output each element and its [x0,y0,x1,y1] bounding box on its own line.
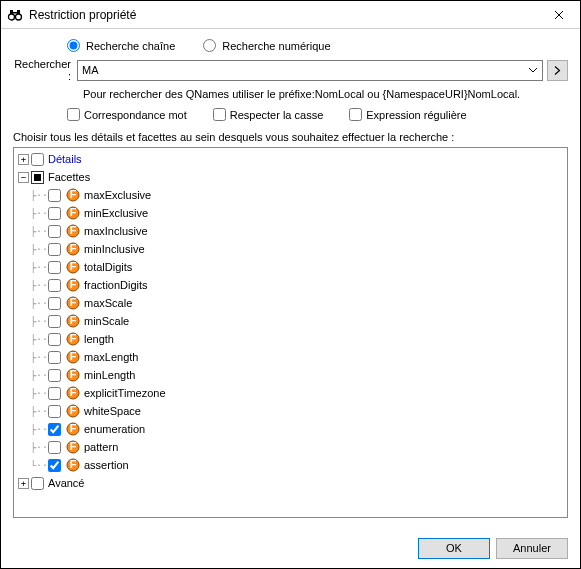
facet-label: fractionDigits [84,279,148,291]
facet-label: minScale [84,315,129,327]
tree-node-facet[interactable]: ├··FminScale [20,312,567,330]
facet-label: totalDigits [84,261,132,273]
expander-icon[interactable]: + [18,478,29,489]
tree-node-facet[interactable]: ├··FminExclusive [20,204,567,222]
expander-icon[interactable]: + [18,154,29,165]
match-case-label: Respecter la casse [230,109,324,121]
details-checkbox[interactable] [31,153,44,166]
dialog-footer: OK Annuler [1,528,580,568]
svg-text:F: F [70,206,77,218]
search-combobox[interactable]: MA [77,60,543,81]
cancel-button[interactable]: Annuler [496,538,568,559]
svg-text:F: F [70,386,77,398]
facets-checkbox-indeterminate[interactable] [31,171,44,184]
ok-button[interactable]: OK [418,538,490,559]
facet-label: maxScale [84,297,132,309]
tree-node-facet[interactable]: ├··Fpattern [20,438,567,456]
binoculars-icon [7,7,23,23]
tree-node-facet[interactable]: ├··FexplicitTimezone [20,384,567,402]
facet-checkbox[interactable] [48,423,61,436]
facet-checkbox[interactable] [48,279,61,292]
tree-node-facet[interactable]: ├··FfractionDigits [20,276,567,294]
tree-line: ├·· [24,406,48,417]
svg-rect-3 [17,10,20,14]
tree-line: └·· [24,460,48,471]
svg-text:F: F [70,404,77,416]
tree-line: ├·· [24,298,48,309]
facet-checkbox[interactable] [48,405,61,418]
tree-line: ├·· [24,280,48,291]
tree-node-advanced[interactable]: + Avancé [14,474,567,492]
radio-numeric-search[interactable]: Recherche numérique [203,39,330,52]
facet-checkbox[interactable] [48,261,61,274]
tree-line: ├·· [24,442,48,453]
chevron-right-icon [554,66,561,75]
tree-line: ├·· [24,244,48,255]
facet-checkbox[interactable] [48,189,61,202]
facet-label: enumeration [84,423,145,435]
search-value: MA [82,64,99,76]
svg-text:F: F [70,260,77,272]
advanced-checkbox[interactable] [31,477,44,490]
facet-checkbox[interactable] [48,225,61,238]
radio-numeric-input[interactable] [203,39,216,52]
tree-node-facet[interactable]: ├··Flength [20,330,567,348]
collapse-icon[interactable]: − [18,172,29,183]
chevron-down-icon[interactable] [525,63,540,78]
tree-node-facet[interactable]: ├··FtotalDigits [20,258,567,276]
match-case-checkbox[interactable]: Respecter la casse [213,108,324,121]
svg-text:F: F [70,278,77,290]
facet-label: assertion [84,459,129,471]
tree-line: ├·· [24,226,48,237]
radio-string-search[interactable]: Recherche chaîne [67,39,175,52]
tree-prompt: Choisir tous les détails et facettes au … [13,131,568,143]
facet-checkbox[interactable] [48,459,61,472]
tree-node-facet[interactable]: ├··FwhiteSpace [20,402,567,420]
radio-string-input[interactable] [67,39,80,52]
radio-numeric-label: Recherche numérique [222,40,330,52]
tree-line: ├·· [24,190,48,201]
tree-node-facet[interactable]: └··Fassertion [20,456,567,474]
match-options-row: Correspondance mot Respecter la casse Ex… [67,108,568,121]
svg-text:F: F [70,350,77,362]
tree-node-details[interactable]: + Détails [14,150,567,168]
regex-checkbox[interactable]: Expression régulière [349,108,466,121]
close-button[interactable] [538,1,580,29]
tree-node-facet[interactable]: ├··FmaxScale [20,294,567,312]
facet-checkbox[interactable] [48,369,61,382]
radio-string-label: Recherche chaîne [86,40,175,52]
facet-icon: F [66,278,80,292]
tree-node-facet[interactable]: ├··FmaxExclusive [20,186,567,204]
facet-icon: F [66,350,80,364]
cancel-label: Annuler [513,542,551,554]
facet-checkbox[interactable] [48,297,61,310]
svg-rect-4 [13,12,17,14]
facet-checkbox[interactable] [48,333,61,346]
tree-view[interactable]: + Détails − Facettes ├··FmaxExclusive ├·… [13,147,568,518]
facet-checkbox[interactable] [48,207,61,220]
tree-line: ├·· [24,352,48,363]
regex-input[interactable] [349,108,362,121]
svg-text:F: F [70,224,77,236]
svg-text:F: F [70,188,77,200]
tree-node-facet[interactable]: ├··FminInclusive [20,240,567,258]
details-label: Détails [48,153,82,165]
facet-checkbox[interactable] [48,243,61,256]
facet-label: whiteSpace [84,405,141,417]
match-word-input[interactable] [67,108,80,121]
tree-node-facet[interactable]: ├··FmaxLength [20,348,567,366]
tree-node-facet[interactable]: ├··FmaxInclusive [20,222,567,240]
facet-icon: F [66,404,80,418]
facet-checkbox[interactable] [48,387,61,400]
facet-checkbox[interactable] [48,315,61,328]
facet-label: minExclusive [84,207,148,219]
facet-checkbox[interactable] [48,441,61,454]
dialog-title: Restriction propriété [29,8,538,22]
tree-node-facet[interactable]: ├··FminLength [20,366,567,384]
match-case-input[interactable] [213,108,226,121]
tree-node-facet[interactable]: ├··Fenumeration [20,420,567,438]
facet-checkbox[interactable] [48,351,61,364]
search-go-button[interactable] [547,60,568,81]
match-word-checkbox[interactable]: Correspondance mot [67,108,187,121]
tree-node-facets[interactable]: − Facettes [14,168,567,186]
